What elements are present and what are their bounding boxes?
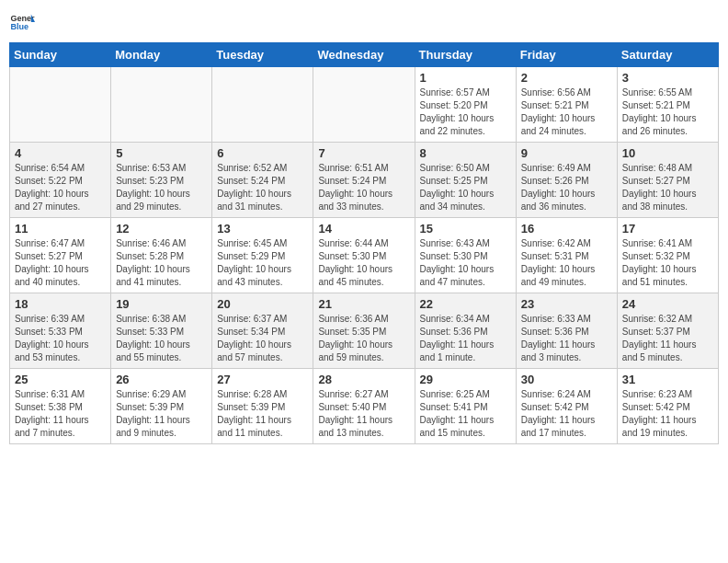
day-number: 23: [521, 297, 612, 311]
day-info: Sunrise: 6:37 AM Sunset: 5:34 PM Dayligh…: [217, 313, 308, 364]
day-info: Sunrise: 6:39 AM Sunset: 5:33 PM Dayligh…: [15, 313, 106, 364]
day-number: 5: [116, 146, 207, 160]
calendar-row: 4Sunrise: 6:54 AM Sunset: 5:22 PM Daylig…: [10, 143, 719, 218]
day-info: Sunrise: 6:41 AM Sunset: 5:32 PM Dayligh…: [622, 237, 713, 289]
calendar-cell: 25Sunrise: 6:31 AM Sunset: 5:38 PM Dayli…: [10, 369, 111, 444]
calendar-cell: 17Sunrise: 6:41 AM Sunset: 5:32 PM Dayli…: [617, 218, 718, 293]
calendar-row: 1Sunrise: 6:57 AM Sunset: 5:20 PM Daylig…: [10, 67, 719, 143]
day-info: Sunrise: 6:47 AM Sunset: 5:27 PM Dayligh…: [15, 237, 106, 289]
weekday-header-saturday: Saturday: [617, 43, 718, 67]
day-number: 22: [420, 297, 511, 311]
day-info: Sunrise: 6:55 AM Sunset: 5:21 PM Dayligh…: [622, 86, 713, 138]
day-number: 29: [420, 373, 511, 386]
calendar-cell: 24Sunrise: 6:32 AM Sunset: 5:37 PM Dayli…: [617, 293, 718, 369]
day-info: Sunrise: 6:27 AM Sunset: 5:40 PM Dayligh…: [318, 388, 409, 440]
day-number: 1: [420, 71, 511, 85]
day-info: Sunrise: 6:54 AM Sunset: 5:22 PM Dayligh…: [15, 162, 106, 213]
day-number: 11: [15, 222, 106, 236]
calendar-row: 25Sunrise: 6:31 AM Sunset: 5:38 PM Dayli…: [10, 369, 719, 444]
day-number: 21: [318, 297, 409, 311]
weekday-header-row: SundayMondayTuesdayWednesdayThursdayFrid…: [10, 43, 719, 67]
day-info: Sunrise: 6:51 AM Sunset: 5:24 PM Dayligh…: [318, 162, 409, 213]
day-number: 8: [420, 146, 511, 160]
day-info: Sunrise: 6:36 AM Sunset: 5:35 PM Dayligh…: [318, 313, 409, 364]
day-info: Sunrise: 6:28 AM Sunset: 5:39 PM Dayligh…: [217, 388, 308, 440]
calendar-cell: 27Sunrise: 6:28 AM Sunset: 5:39 PM Dayli…: [212, 369, 313, 444]
header: General Blue: [9, 9, 719, 35]
calendar-cell: 13Sunrise: 6:45 AM Sunset: 5:29 PM Dayli…: [212, 218, 313, 293]
weekday-header-monday: Monday: [111, 43, 212, 67]
day-info: Sunrise: 6:31 AM Sunset: 5:38 PM Dayligh…: [15, 388, 106, 440]
day-info: Sunrise: 6:29 AM Sunset: 5:39 PM Dayligh…: [116, 388, 207, 440]
day-number: 3: [622, 71, 713, 85]
calendar-cell: 1Sunrise: 6:57 AM Sunset: 5:20 PM Daylig…: [415, 67, 516, 143]
day-number: 16: [521, 222, 612, 236]
calendar-cell: [10, 67, 111, 143]
day-info: Sunrise: 6:23 AM Sunset: 5:42 PM Dayligh…: [622, 388, 713, 440]
day-info: Sunrise: 6:46 AM Sunset: 5:28 PM Dayligh…: [116, 237, 207, 289]
day-number: 7: [318, 146, 409, 160]
calendar-cell: 14Sunrise: 6:44 AM Sunset: 5:30 PM Dayli…: [313, 218, 415, 293]
day-info: Sunrise: 6:42 AM Sunset: 5:31 PM Dayligh…: [521, 237, 612, 289]
svg-text:Blue: Blue: [10, 22, 28, 31]
day-number: 9: [521, 146, 612, 160]
calendar-row: 11Sunrise: 6:47 AM Sunset: 5:27 PM Dayli…: [10, 218, 719, 293]
day-info: Sunrise: 6:43 AM Sunset: 5:30 PM Dayligh…: [420, 237, 511, 289]
day-info: Sunrise: 6:34 AM Sunset: 5:36 PM Dayligh…: [420, 313, 511, 364]
day-info: Sunrise: 6:56 AM Sunset: 5:21 PM Dayligh…: [521, 86, 612, 138]
calendar-cell: 22Sunrise: 6:34 AM Sunset: 5:36 PM Dayli…: [415, 293, 516, 369]
day-number: 31: [622, 373, 713, 386]
calendar-cell: 15Sunrise: 6:43 AM Sunset: 5:30 PM Dayli…: [415, 218, 516, 293]
day-number: 27: [217, 373, 308, 386]
calendar-row: 18Sunrise: 6:39 AM Sunset: 5:33 PM Dayli…: [10, 293, 719, 369]
calendar-cell: 9Sunrise: 6:49 AM Sunset: 5:26 PM Daylig…: [516, 143, 617, 218]
day-info: Sunrise: 6:44 AM Sunset: 5:30 PM Dayligh…: [318, 237, 409, 289]
day-info: Sunrise: 6:53 AM Sunset: 5:23 PM Dayligh…: [116, 162, 207, 213]
calendar-cell: 12Sunrise: 6:46 AM Sunset: 5:28 PM Dayli…: [111, 218, 212, 293]
weekday-header-wednesday: Wednesday: [313, 43, 415, 67]
day-info: Sunrise: 6:25 AM Sunset: 5:41 PM Dayligh…: [420, 388, 511, 440]
day-number: 19: [116, 297, 207, 311]
day-info: Sunrise: 6:24 AM Sunset: 5:42 PM Dayligh…: [521, 388, 612, 440]
day-number: 20: [217, 297, 308, 311]
calendar-cell: 2Sunrise: 6:56 AM Sunset: 5:21 PM Daylig…: [516, 67, 617, 143]
calendar-cell: 30Sunrise: 6:24 AM Sunset: 5:42 PM Dayli…: [516, 369, 617, 444]
logo-icon: General Blue: [9, 9, 35, 35]
day-number: 18: [15, 297, 106, 311]
calendar-cell: 23Sunrise: 6:33 AM Sunset: 5:36 PM Dayli…: [516, 293, 617, 369]
day-number: 28: [318, 373, 409, 386]
calendar-cell: 8Sunrise: 6:50 AM Sunset: 5:25 PM Daylig…: [415, 143, 516, 218]
calendar-cell: 28Sunrise: 6:27 AM Sunset: 5:40 PM Dayli…: [313, 369, 415, 444]
calendar-cell: 10Sunrise: 6:48 AM Sunset: 5:27 PM Dayli…: [617, 143, 718, 218]
day-number: 10: [622, 146, 713, 160]
calendar-cell: [313, 67, 415, 143]
day-info: Sunrise: 6:57 AM Sunset: 5:20 PM Dayligh…: [420, 86, 511, 138]
calendar-cell: 7Sunrise: 6:51 AM Sunset: 5:24 PM Daylig…: [313, 143, 415, 218]
calendar-cell: 20Sunrise: 6:37 AM Sunset: 5:34 PM Dayli…: [212, 293, 313, 369]
weekday-header-thursday: Thursday: [415, 43, 516, 67]
day-info: Sunrise: 6:33 AM Sunset: 5:36 PM Dayligh…: [521, 313, 612, 364]
day-number: 24: [622, 297, 713, 311]
day-info: Sunrise: 6:52 AM Sunset: 5:24 PM Dayligh…: [217, 162, 308, 213]
calendar-cell: 26Sunrise: 6:29 AM Sunset: 5:39 PM Dayli…: [111, 369, 212, 444]
day-number: 15: [420, 222, 511, 236]
day-number: 26: [116, 373, 207, 386]
calendar-table: SundayMondayTuesdayWednesdayThursdayFrid…: [9, 42, 719, 444]
weekday-header-sunday: Sunday: [10, 43, 111, 67]
calendar-cell: [212, 67, 313, 143]
logo: General Blue: [9, 9, 35, 35]
day-info: Sunrise: 6:32 AM Sunset: 5:37 PM Dayligh…: [622, 313, 713, 364]
day-number: 17: [622, 222, 713, 236]
calendar-cell: 6Sunrise: 6:52 AM Sunset: 5:24 PM Daylig…: [212, 143, 313, 218]
day-number: 14: [318, 222, 409, 236]
calendar-cell: 11Sunrise: 6:47 AM Sunset: 5:27 PM Dayli…: [10, 218, 111, 293]
calendar-cell: 31Sunrise: 6:23 AM Sunset: 5:42 PM Dayli…: [617, 369, 718, 444]
calendar-cell: 16Sunrise: 6:42 AM Sunset: 5:31 PM Dayli…: [516, 218, 617, 293]
day-info: Sunrise: 6:50 AM Sunset: 5:25 PM Dayligh…: [420, 162, 511, 213]
calendar-cell: 19Sunrise: 6:38 AM Sunset: 5:33 PM Dayli…: [111, 293, 212, 369]
weekday-header-friday: Friday: [516, 43, 617, 67]
day-number: 12: [116, 222, 207, 236]
day-number: 25: [15, 373, 106, 386]
day-number: 4: [15, 146, 106, 160]
day-info: Sunrise: 6:48 AM Sunset: 5:27 PM Dayligh…: [622, 162, 713, 213]
